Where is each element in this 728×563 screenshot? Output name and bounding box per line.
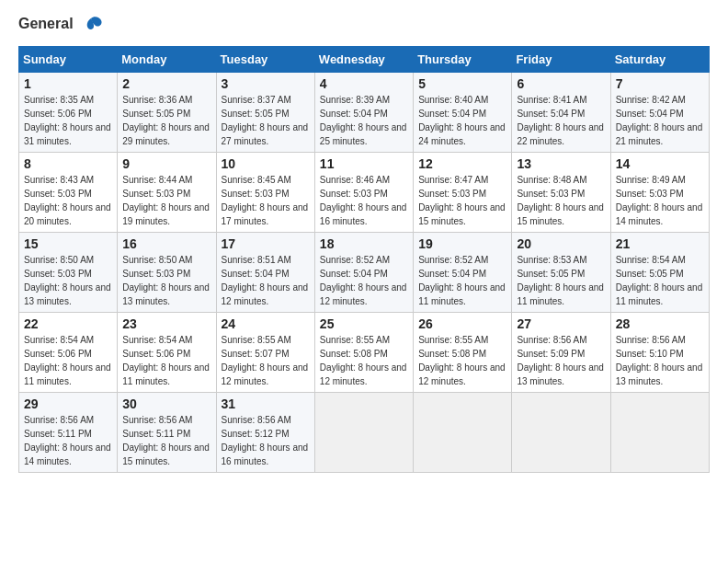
sunrise-text: Sunrise: 8:50 AM <box>24 255 94 265</box>
sunrise-text: Sunrise: 8:36 AM <box>122 95 192 105</box>
day-number: 25 <box>320 316 408 331</box>
calendar-cell: 14Sunrise: 8:49 AMSunset: 5:03 PMDayligh… <box>610 153 709 233</box>
day-info: Sunrise: 8:49 AMSunset: 5:03 PMDaylight:… <box>616 173 704 228</box>
calendar-week-row: 15Sunrise: 8:50 AMSunset: 5:03 PMDayligh… <box>19 233 710 313</box>
day-info: Sunrise: 8:39 AMSunset: 5:04 PMDaylight:… <box>320 93 408 148</box>
sunrise-text: Sunrise: 8:42 AM <box>616 95 686 105</box>
sunset-text: Sunset: 5:06 PM <box>24 349 92 359</box>
weekday-header-thursday: Thursday <box>414 47 512 73</box>
day-info: Sunrise: 8:54 AMSunset: 5:05 PMDaylight:… <box>616 253 704 308</box>
day-info: Sunrise: 8:56 AMSunset: 5:11 PMDaylight:… <box>24 413 112 468</box>
day-number: 2 <box>122 76 210 91</box>
sunset-text: Sunset: 5:04 PM <box>320 109 388 119</box>
daylight-text: Daylight: 8 hours and 17 minutes. <box>222 202 309 226</box>
sunrise-text: Sunrise: 8:54 AM <box>24 335 94 345</box>
sunset-text: Sunset: 5:03 PM <box>222 189 290 199</box>
calendar-cell: 24Sunrise: 8:55 AMSunset: 5:07 PMDayligh… <box>216 313 314 393</box>
sunset-text: Sunset: 5:03 PM <box>24 269 92 279</box>
calendar-cell: 28Sunrise: 8:56 AMSunset: 5:10 PMDayligh… <box>610 313 709 393</box>
calendar-cell: 21Sunrise: 8:54 AMSunset: 5:05 PMDayligh… <box>610 233 709 313</box>
sunrise-text: Sunrise: 8:50 AM <box>122 255 192 265</box>
daylight-text: Daylight: 8 hours and 29 minutes. <box>122 122 210 146</box>
calendar-cell <box>314 393 413 473</box>
day-info: Sunrise: 8:54 AMSunset: 5:06 PMDaylight:… <box>122 333 210 388</box>
sunset-text: Sunset: 5:08 PM <box>320 349 388 359</box>
sunrise-text: Sunrise: 8:43 AM <box>24 175 94 185</box>
day-info: Sunrise: 8:56 AMSunset: 5:10 PMDaylight:… <box>616 333 704 388</box>
day-info: Sunrise: 8:51 AMSunset: 5:04 PMDaylight:… <box>222 253 310 308</box>
day-info: Sunrise: 8:52 AMSunset: 5:04 PMDaylight:… <box>418 253 506 308</box>
day-info: Sunrise: 8:50 AMSunset: 5:03 PMDaylight:… <box>122 253 210 308</box>
daylight-text: Daylight: 8 hours and 11 minutes. <box>616 282 703 306</box>
daylight-text: Daylight: 8 hours and 13 minutes. <box>517 362 604 386</box>
daylight-text: Daylight: 8 hours and 24 minutes. <box>418 122 506 146</box>
calendar-cell: 9Sunrise: 8:44 AMSunset: 5:03 PMDaylight… <box>118 153 216 233</box>
calendar-cell: 29Sunrise: 8:56 AMSunset: 5:11 PMDayligh… <box>19 393 118 473</box>
logo: General <box>18 15 103 35</box>
sunset-text: Sunset: 5:08 PM <box>418 349 486 359</box>
daylight-text: Daylight: 8 hours and 11 minutes. <box>517 282 604 306</box>
day-info: Sunrise: 8:35 AMSunset: 5:06 PMDaylight:… <box>24 93 112 148</box>
weekday-header-saturday: Saturday <box>610 47 709 73</box>
sunrise-text: Sunrise: 8:55 AM <box>418 335 488 345</box>
day-number: 23 <box>122 316 210 331</box>
calendar-cell: 13Sunrise: 8:48 AMSunset: 5:03 PMDayligh… <box>512 153 610 233</box>
calendar-cell: 11Sunrise: 8:46 AMSunset: 5:03 PMDayligh… <box>314 153 413 233</box>
sunset-text: Sunset: 5:03 PM <box>517 189 585 199</box>
sunset-text: Sunset: 5:03 PM <box>24 189 92 199</box>
day-info: Sunrise: 8:50 AMSunset: 5:03 PMDaylight:… <box>24 253 112 308</box>
sunrise-text: Sunrise: 8:56 AM <box>122 415 192 425</box>
day-info: Sunrise: 8:37 AMSunset: 5:05 PMDaylight:… <box>222 93 310 148</box>
calendar-cell: 22Sunrise: 8:54 AMSunset: 5:06 PMDayligh… <box>19 313 118 393</box>
day-info: Sunrise: 8:44 AMSunset: 5:03 PMDaylight:… <box>122 173 210 228</box>
sunset-text: Sunset: 5:11 PM <box>122 429 190 439</box>
calendar-cell <box>512 393 610 473</box>
sunrise-text: Sunrise: 8:55 AM <box>320 335 390 345</box>
day-number: 27 <box>517 316 605 331</box>
daylight-text: Daylight: 8 hours and 12 minutes. <box>320 282 407 306</box>
calendar-cell <box>414 393 512 473</box>
day-info: Sunrise: 8:41 AMSunset: 5:04 PMDaylight:… <box>517 93 605 148</box>
daylight-text: Daylight: 8 hours and 12 minutes. <box>418 362 506 386</box>
day-info: Sunrise: 8:56 AMSunset: 5:12 PMDaylight:… <box>222 413 310 468</box>
calendar-cell: 1Sunrise: 8:35 AMSunset: 5:06 PMDaylight… <box>19 73 118 153</box>
calendar-cell: 17Sunrise: 8:51 AMSunset: 5:04 PMDayligh… <box>216 233 314 313</box>
day-number: 21 <box>616 236 704 251</box>
sunset-text: Sunset: 5:07 PM <box>222 349 290 359</box>
sunrise-text: Sunrise: 8:39 AM <box>320 95 390 105</box>
sunrise-text: Sunrise: 8:52 AM <box>320 255 390 265</box>
calendar-container: General SundayMondayTuesdayWednesdayThur… <box>0 0 728 482</box>
daylight-text: Daylight: 8 hours and 15 minutes. <box>517 202 604 226</box>
sunset-text: Sunset: 5:06 PM <box>122 349 190 359</box>
day-number: 30 <box>122 396 210 411</box>
calendar-cell: 31Sunrise: 8:56 AMSunset: 5:12 PMDayligh… <box>216 393 314 473</box>
day-number: 19 <box>418 236 506 251</box>
day-number: 1 <box>24 76 112 91</box>
sunset-text: Sunset: 5:04 PM <box>320 269 388 279</box>
sunset-text: Sunset: 5:03 PM <box>122 269 190 279</box>
logo-line1: General <box>18 15 103 35</box>
daylight-text: Daylight: 8 hours and 12 minutes. <box>222 282 309 306</box>
day-number: 20 <box>517 236 605 251</box>
sunset-text: Sunset: 5:06 PM <box>24 109 92 119</box>
sunset-text: Sunset: 5:09 PM <box>517 349 585 359</box>
sunrise-text: Sunrise: 8:46 AM <box>320 175 390 185</box>
daylight-text: Daylight: 8 hours and 25 minutes. <box>320 122 407 146</box>
sunrise-text: Sunrise: 8:54 AM <box>122 335 192 345</box>
daylight-text: Daylight: 8 hours and 11 minutes. <box>418 282 506 306</box>
day-number: 10 <box>222 156 310 171</box>
daylight-text: Daylight: 8 hours and 13 minutes. <box>616 362 703 386</box>
day-number: 22 <box>24 316 112 331</box>
sunset-text: Sunset: 5:03 PM <box>418 189 486 199</box>
calendar-cell: 10Sunrise: 8:45 AMSunset: 5:03 PMDayligh… <box>216 153 314 233</box>
day-number: 31 <box>222 396 310 411</box>
sunrise-text: Sunrise: 8:47 AM <box>418 175 488 185</box>
day-info: Sunrise: 8:43 AMSunset: 5:03 PMDaylight:… <box>24 173 112 228</box>
sunrise-text: Sunrise: 8:56 AM <box>517 335 586 345</box>
calendar-cell: 26Sunrise: 8:55 AMSunset: 5:08 PMDayligh… <box>414 313 512 393</box>
day-number: 15 <box>24 236 112 251</box>
sunset-text: Sunset: 5:05 PM <box>517 269 585 279</box>
sunset-text: Sunset: 5:10 PM <box>616 349 684 359</box>
sunrise-text: Sunrise: 8:40 AM <box>418 95 488 105</box>
sunset-text: Sunset: 5:04 PM <box>616 109 684 119</box>
